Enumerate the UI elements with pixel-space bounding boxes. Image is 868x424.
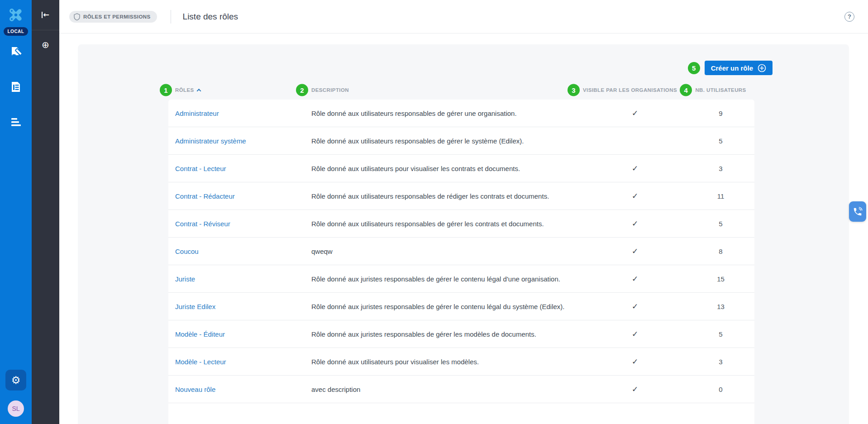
role-description: Rôle donné aux utilisateurs responsables… [311,137,583,145]
column-header-visible[interactable]: 3 VISIBLE PAR LES ORGANISATIONS [583,87,687,93]
table-row[interactable]: Modèle - LecteurRôle donné aux utilisate… [168,348,754,376]
create-role-button[interactable]: Créer un rôle [705,61,773,75]
visible-check-icon: ✓ [632,219,638,228]
users-count: 5 [687,137,754,145]
role-description: Rôle donné aux utilisateurs responsables… [311,192,583,200]
table-row[interactable]: Contrat - RédacteurRôle donné aux utilis… [168,182,754,210]
breadcrumb-badge: RÔLES ET PERMISSIONS [69,11,157,23]
users-count: 5 [687,220,754,228]
role-description: Rôle donné aux juristes responsables de … [311,275,583,283]
role-link[interactable]: Juriste Edilex [175,303,215,310]
sidebar-item-contracts[interactable] [9,46,23,59]
roles-table: 1 RÔLES 2 DESCRIPTION [168,82,754,424]
sidebar-item-clauses[interactable] [9,116,23,130]
sidebar-item-documents[interactable] [9,81,23,95]
phone-support-tab[interactable] [849,201,866,222]
sidebar-nav [9,46,23,130]
visible-check-icon: ✓ [632,274,638,283]
document-list-icon [10,81,21,95]
annotation-badge-2: 2 [296,84,308,96]
users-count: 15 [687,275,754,283]
secondary-rail: ← ⊕ [32,0,59,424]
table-row[interactable]: Nouveau rôleavec description✓0 [168,376,754,403]
role-description: qweqw [311,248,583,255]
create-role-label: Créer un rôle [711,64,753,72]
role-description: Rôle donné aux juristes responsables de … [311,303,583,310]
users-count: 3 [687,165,754,172]
role-link[interactable]: Modèle - Lecteur [175,358,226,366]
visible-check-icon: ✓ [632,329,638,338]
visible-check-icon: ✓ [632,109,638,118]
contract-edit-icon [10,46,22,59]
users-count: 11 [687,192,754,200]
annotation-badge-4: 4 [680,84,692,96]
visible-check-icon: ✓ [632,191,638,200]
role-description: Rôle donné aux juristes responsables de … [311,330,583,338]
header-divider [171,10,171,24]
toolbar-row: 5 Créer un rôle [78,44,773,75]
table-row[interactable]: Juriste EdilexRôle donné aux juristes re… [168,293,754,320]
role-link[interactable]: Juriste [175,275,195,283]
table-row[interactable]: JuristeRôle donné aux juristes responsab… [168,265,754,293]
breadcrumb-label: RÔLES ET PERMISSIONS [83,14,151,19]
phone-icon [853,207,863,217]
annotation-badge-5: 5 [688,62,700,74]
visible-check-icon: ✓ [632,385,638,394]
table-body: AdministrateurRôle donné aux utilisateur… [168,100,754,424]
role-link[interactable]: Contrat - Réviseur [175,220,230,228]
topbar: RÔLES ET PERMISSIONS Liste des rôles ? [59,0,868,33]
add-item-button[interactable]: ⊕ [32,40,59,49]
role-description: Rôle donné aux utilisateurs pour visuali… [311,358,583,366]
table-row[interactable]: AdministrateurRôle donné aux utilisateur… [168,100,754,127]
annotation-badge-1: 1 [160,84,172,96]
plus-circle-icon: ⊕ [42,40,49,49]
table-row[interactable]: Modèle - ÉditeurRôle donné aux juristes … [168,320,754,348]
page-title: Liste des rôles [183,12,238,22]
gear-icon: ⚙ [11,375,21,386]
user-avatar[interactable]: SL [8,400,24,417]
help-icon[interactable]: ? [844,12,854,22]
users-count: 8 [687,248,754,255]
role-link[interactable]: Coucou [175,248,199,255]
users-count: 13 [687,303,754,310]
column-header-roles[interactable]: 1 RÔLES [168,87,311,93]
collapse-arrow-icon: ← [42,12,49,18]
users-count: 9 [687,110,754,117]
sort-asc-icon [196,88,201,93]
users-count: 0 [687,386,754,393]
users-count: 5 [687,330,754,338]
shield-icon [74,13,80,20]
content: 5 Créer un rôle [59,33,868,424]
table-row[interactable]: Administrateur systèmeRôle donné aux uti… [168,127,754,155]
table-header-row: 1 RÔLES 2 DESCRIPTION [168,82,754,98]
sidebar-item-settings[interactable]: ⚙ [5,370,26,391]
role-link[interactable]: Modèle - Éditeur [175,330,225,338]
column-header-description[interactable]: 2 DESCRIPTION [311,87,583,93]
role-description: avec description [311,386,583,393]
visible-check-icon: ✓ [632,302,638,311]
annotation-badge-3: 3 [568,84,580,96]
collapse-sidebar-button[interactable]: ← [32,0,59,30]
role-link[interactable]: Contrat - Lecteur [175,165,226,172]
environment-badge: LOCAL [4,27,29,36]
app-logo-icon[interactable] [5,5,26,25]
role-link[interactable]: Administrateur [175,110,219,117]
app-window: LOCAL [0,0,868,424]
table-row[interactable]: Contrat - RéviseurRôle donné aux utilisa… [168,210,754,238]
role-link[interactable]: Nouveau rôle [175,386,215,393]
role-link[interactable]: Contrat - Rédacteur [175,192,235,200]
role-link[interactable]: Administrateur système [175,137,246,145]
roles-card: 5 Créer un rôle [78,44,849,424]
role-description: Rôle donné aux utilisateurs responsables… [311,220,583,228]
column-header-users[interactable]: 4 NB. UTILISATEURS [687,87,754,93]
main-area: RÔLES ET PERMISSIONS Liste des rôles ? 5… [59,0,868,424]
list-lines-icon [10,117,22,129]
table-row[interactable]: Coucouqweqw✓8 [168,238,754,265]
role-description: Rôle donné aux utilisateurs responsables… [311,110,583,117]
visible-check-icon: ✓ [632,164,638,173]
primary-sidebar: LOCAL [0,0,32,424]
visible-check-icon: ✓ [632,357,638,366]
table-row[interactable]: Contrat - LecteurRôle donné aux utilisat… [168,155,754,182]
role-description: Rôle donné aux utilisateurs pour visuali… [311,165,583,172]
plus-circle-icon [758,64,766,72]
